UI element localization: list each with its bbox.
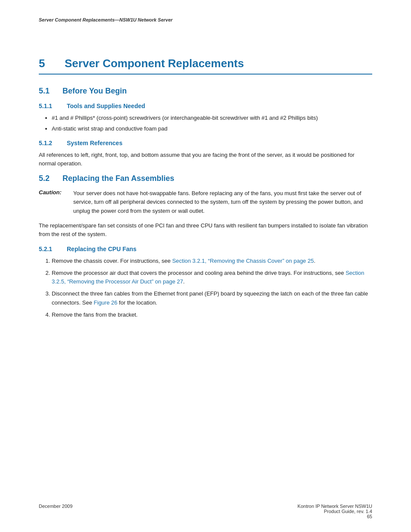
- chapter-title-text: Server Component Replacements: [65, 57, 244, 70]
- section-5-1-2-number: 5.1.2: [39, 140, 67, 146]
- caution-label: Caution:: [39, 189, 73, 215]
- caution-block: Caution: Your server does not have hot-s…: [39, 189, 372, 215]
- section-5-2-body: The replacement/spare fan set consists o…: [39, 221, 372, 239]
- footer-product: Kontron IP Network Server NSW1U: [298, 504, 372, 509]
- section-5-1-heading: 5.1Before You Begin: [39, 87, 372, 96]
- step-2-before: Remove the processor air duct that cover…: [52, 270, 346, 276]
- section-5-2-title: Replacing the Fan Assemblies: [62, 174, 174, 183]
- section-5-1-1-heading: 5.1.1Tools and Supplies Needed: [39, 103, 372, 109]
- caution-text: Your server does not have hot-swappable …: [73, 189, 372, 215]
- list-item: Remove the processor air duct that cover…: [52, 269, 372, 286]
- section-5-1-title: Before You Begin: [62, 87, 127, 95]
- footer-guide: Product Guide, rev. 1.4: [298, 509, 372, 514]
- list-item: Remove the fans from the bracket.: [52, 311, 372, 319]
- page-header: Server Component Replacements—NSW1U Netw…: [39, 17, 372, 22]
- section-5-2-number: 5.2: [39, 174, 62, 183]
- list-item: Remove the chassis cover. For instructio…: [52, 257, 372, 265]
- section-5-1-2-heading: 5.1.2System References: [39, 140, 372, 146]
- page: Server Component Replacements—NSW1U Netw…: [0, 0, 411, 532]
- section-5-2-heading: 5.2Replacing the Fan Assemblies: [39, 174, 372, 183]
- step-4-text: Remove the fans from the bracket.: [52, 311, 137, 318]
- step-1-before: Remove the chassis cover. For instructio…: [52, 258, 172, 264]
- system-references-body: All references to left, right, front, to…: [39, 151, 372, 168]
- step-3-after: for the location.: [117, 299, 157, 306]
- footer-page: 65: [298, 514, 372, 519]
- page-footer: December 2009 Kontron IP Network Server …: [39, 504, 372, 519]
- step-1-link[interactable]: Section 3.2.1, “Removing the Chassis Cov…: [172, 258, 314, 264]
- step-1-after: .: [314, 258, 315, 264]
- section-5-1-1-title: Tools and Supplies Needed: [67, 103, 145, 109]
- section-5-2-1-heading: 5.2.1Replacing the CPU Fans: [39, 246, 372, 252]
- step-3-link[interactable]: Figure 26: [94, 299, 118, 306]
- chapter-number: 5: [39, 57, 65, 70]
- page-header-text: Server Component Replacements—NSW1U Netw…: [39, 17, 173, 22]
- list-item: #1 and # Phillips* (cross-point) screwdr…: [52, 114, 372, 122]
- footer-right: Kontron IP Network Server NSW1U Product …: [298, 504, 372, 519]
- step-2-after: .: [183, 278, 185, 285]
- footer-date: December 2009: [39, 504, 72, 519]
- list-item: Disconnect the three fan cables from the…: [52, 289, 372, 307]
- section-5-2-1-number: 5.2.1: [39, 246, 67, 252]
- section-5-2-1-title: Replacing the CPU Fans: [67, 246, 137, 252]
- section-5-1-2-title: System References: [67, 140, 122, 146]
- list-item: Anti-static wrist strap and conductive f…: [52, 124, 372, 133]
- tools-list: #1 and # Phillips* (cross-point) screwdr…: [52, 114, 372, 133]
- section-5-1-1-number: 5.1.1: [39, 103, 67, 109]
- chapter-title: 5Server Component Replacements: [39, 57, 372, 75]
- section-5-1-number: 5.1: [39, 87, 62, 96]
- cpu-fans-steps: Remove the chassis cover. For instructio…: [52, 257, 372, 319]
